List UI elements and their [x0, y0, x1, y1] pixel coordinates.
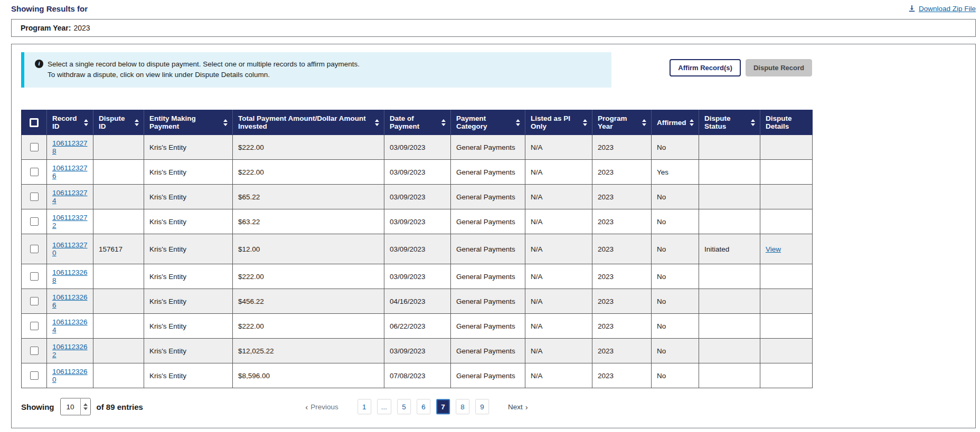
- cell-pi-only: N/A: [525, 314, 592, 339]
- row-checkbox[interactable]: [30, 168, 39, 176]
- column-header-record-id[interactable]: Record ID: [47, 110, 93, 135]
- cell-amount: $222.00: [233, 160, 384, 185]
- page-size-select[interactable]: 10: [60, 398, 91, 416]
- cell-amount: $8,596.00: [233, 363, 384, 388]
- column-header-amount[interactable]: Total Payment Amount/Dollar Amount Inves…: [233, 110, 384, 135]
- cell-dispute-status: [699, 209, 760, 234]
- dispute-record-button[interactable]: Dispute Record: [746, 59, 812, 76]
- download-zip-label: Download Zip File: [919, 5, 976, 13]
- pagination-page-5[interactable]: 5: [397, 399, 411, 415]
- cell-entity: Kris's Entity: [144, 135, 233, 160]
- cell-program-year: 2023: [592, 135, 652, 160]
- results-table: Record ID Dispute ID Entity Making Payme…: [21, 110, 813, 388]
- cell-category: General Payments: [451, 209, 525, 234]
- row-checkbox[interactable]: [30, 322, 39, 330]
- cell-dispute-status: [699, 135, 760, 160]
- cell-dispute-id: [93, 339, 144, 363]
- table-row: 1061123272 Kris's Entity $63.22 03/09/20…: [22, 209, 813, 234]
- cell-category: General Payments: [451, 339, 525, 363]
- cell-amount: $222.00: [233, 314, 384, 339]
- column-header-program-year[interactable]: Program Year: [592, 110, 652, 135]
- table-row: 1061123274 Kris's Entity $65.22 03/09/20…: [22, 185, 813, 209]
- pagination-previous[interactable]: ‹ Previous: [305, 403, 338, 411]
- cell-affirmed: Yes: [652, 160, 699, 185]
- cell-amount: $222.00: [233, 135, 384, 160]
- column-header-date[interactable]: Date of Payment: [384, 110, 451, 135]
- pagination-page-7-current[interactable]: 7: [436, 399, 450, 415]
- page-size-controls: Showing 10 of 89 entries: [21, 398, 143, 416]
- cell-entity: Kris's Entity: [144, 160, 233, 185]
- pagination-page-9[interactable]: 9: [475, 399, 489, 415]
- table-row: 1061123262 Kris's Entity $12,025.22 03/0…: [22, 339, 813, 363]
- affirm-records-button[interactable]: Affirm Record(s): [670, 59, 741, 76]
- row-checkbox[interactable]: [30, 297, 39, 305]
- record-id-link[interactable]: 1061123264: [52, 318, 88, 334]
- cell-date: 03/09/2023: [384, 209, 451, 234]
- previous-label: Previous: [310, 403, 338, 411]
- pagination-page-6[interactable]: 6: [417, 399, 430, 415]
- record-id-link[interactable]: 1061123260: [52, 368, 88, 383]
- sort-icon: [135, 119, 139, 127]
- record-id-link[interactable]: 1061123274: [52, 189, 88, 205]
- cell-amount: $65.22: [233, 185, 384, 209]
- record-id-link[interactable]: 1061123272: [52, 214, 88, 229]
- column-label: Dispute Status: [704, 114, 748, 130]
- column-header-affirmed[interactable]: Affirmed: [652, 110, 699, 135]
- chevron-down-icon[interactable]: [83, 408, 88, 410]
- cell-dispute-status: [699, 314, 760, 339]
- column-header-category[interactable]: Payment Category: [451, 110, 525, 135]
- cell-dispute-details: [760, 135, 813, 160]
- row-checkbox[interactable]: [30, 371, 39, 380]
- row-checkbox[interactable]: [30, 347, 39, 355]
- cell-dispute-status: [699, 289, 760, 314]
- sort-icon: [84, 119, 89, 127]
- record-id-link[interactable]: 1061123266: [52, 293, 88, 309]
- sort-icon: [441, 119, 446, 127]
- pagination-ellipsis: ...: [377, 399, 391, 415]
- record-id-link[interactable]: 1061123262: [52, 343, 88, 359]
- cell-pi-only: N/A: [525, 264, 592, 289]
- cell-affirmed: No: [652, 209, 699, 234]
- column-label: Program Year: [598, 114, 639, 130]
- record-id-link[interactable]: 1061123276: [52, 164, 88, 180]
- cell-pi-only: N/A: [525, 135, 592, 160]
- table-row: 1061123260 Kris's Entity $8,596.00 07/08…: [22, 363, 813, 388]
- row-checkbox[interactable]: [30, 217, 39, 226]
- pagination-page-8[interactable]: 8: [456, 399, 469, 415]
- cell-program-year: 2023: [592, 209, 652, 234]
- row-checkbox[interactable]: [30, 272, 39, 281]
- page-size-stepper: [80, 399, 90, 415]
- cell-pi-only: N/A: [525, 234, 592, 264]
- chevron-up-icon[interactable]: [83, 404, 88, 406]
- column-header-dispute-status[interactable]: Dispute Status: [699, 110, 760, 135]
- record-id-link[interactable]: 1061123278: [52, 139, 88, 155]
- column-header-entity[interactable]: Entity Making Payment: [144, 110, 233, 135]
- row-checkbox[interactable]: [30, 245, 39, 253]
- select-all-checkbox[interactable]: [30, 118, 39, 127]
- cell-affirmed: No: [652, 234, 699, 264]
- column-label: Payment Category: [456, 114, 513, 130]
- cell-entity: Kris's Entity: [144, 234, 233, 264]
- select-all-header: [22, 110, 47, 135]
- row-checkbox[interactable]: [30, 193, 39, 201]
- pagination-next[interactable]: Next ›: [508, 403, 528, 411]
- record-id-link[interactable]: 1061123270: [52, 241, 88, 257]
- download-zip-link[interactable]: Download Zip File: [908, 5, 976, 13]
- dispute-view-link[interactable]: View: [766, 245, 781, 253]
- column-header-dispute-id[interactable]: Dispute ID: [93, 110, 144, 135]
- cell-dispute-details: [760, 264, 813, 289]
- results-heading: Showing Results for: [11, 4, 88, 13]
- row-checkbox[interactable]: [30, 143, 39, 151]
- cell-date: 07/08/2023: [384, 363, 451, 388]
- page-size-value: 10: [61, 399, 80, 415]
- cell-dispute-details: [760, 339, 813, 363]
- cell-pi-only: N/A: [525, 209, 592, 234]
- pagination-page-1[interactable]: 1: [357, 399, 371, 415]
- info-icon: i: [35, 60, 43, 68]
- cell-category: General Payments: [451, 289, 525, 314]
- record-id-link[interactable]: 1061123268: [52, 268, 88, 284]
- cell-dispute-id: [93, 209, 144, 234]
- cell-pi-only: N/A: [525, 363, 592, 388]
- cell-entity: Kris's Entity: [144, 289, 233, 314]
- column-header-pi-only[interactable]: Listed as PI Only: [525, 110, 592, 135]
